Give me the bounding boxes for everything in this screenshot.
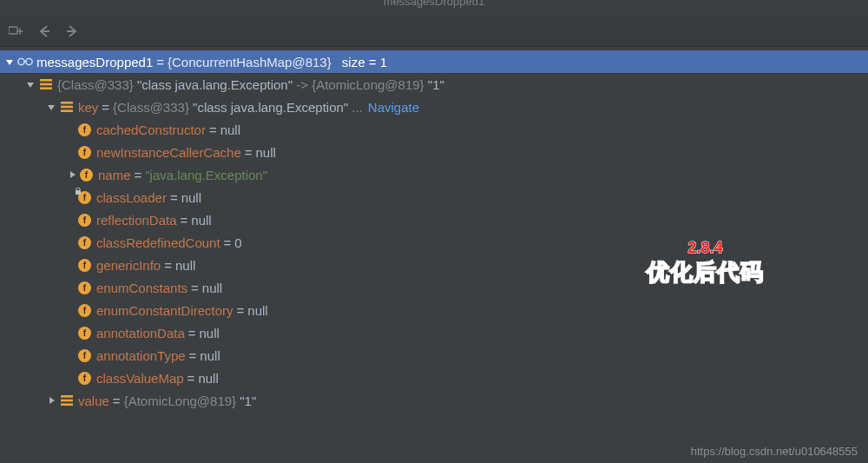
object-icon xyxy=(59,393,75,408)
field-name: classRedefinedCount xyxy=(96,235,220,250)
field-name: genericInfo xyxy=(96,258,161,273)
field-name: enumConstants xyxy=(96,281,187,295)
field-value: null xyxy=(198,371,218,386)
svg-rect-9 xyxy=(61,106,73,109)
field-name: value xyxy=(78,394,109,408)
equals-sign: = xyxy=(156,55,164,69)
field-icon: f xyxy=(78,304,91,317)
expand-arrow-icon[interactable] xyxy=(3,56,16,68)
expand-arrow-icon[interactable] xyxy=(45,101,57,113)
map-entry-row[interactable]: {Class@333} "class java.lang.Exception" … xyxy=(0,73,868,96)
field-row[interactable]: fname = "java.lang.Exception" xyxy=(0,163,868,186)
field-name: reflectionData xyxy=(96,213,177,228)
svg-rect-8 xyxy=(61,102,73,104)
field-value: null xyxy=(220,122,240,137)
field-icon: f xyxy=(78,327,91,340)
svg-rect-7 xyxy=(40,87,52,89)
collapsed-arrow-icon[interactable] xyxy=(45,394,57,407)
field-value: null xyxy=(256,145,276,160)
forward-icon[interactable] xyxy=(64,23,80,39)
field-icon: f xyxy=(78,146,91,159)
object-icon xyxy=(38,76,54,92)
svg-point-3 xyxy=(18,58,24,64)
field-row[interactable]: fgenericInfo = null xyxy=(0,254,868,276)
field-row[interactable]: fclassLoader = null xyxy=(0,186,868,208)
field-row[interactable]: freflectionData = null xyxy=(0,208,868,231)
field-row[interactable]: fcachedConstructor = null xyxy=(0,118,868,141)
variables-tree: messagesDropped1 = {ConcurrentHashMap@81… xyxy=(0,47,868,412)
add-watch-icon[interactable] xyxy=(9,23,24,39)
expand-arrow-icon[interactable] xyxy=(24,78,36,90)
navigate-link[interactable]: Navigate xyxy=(368,100,419,115)
object-icon xyxy=(59,99,75,115)
key-node-row[interactable]: key = {Class@333} "class java.lang.Excep… xyxy=(0,96,868,118)
lock-icon xyxy=(75,187,82,194)
field-icon: f xyxy=(78,236,91,249)
variable-root-row[interactable]: messagesDropped1 = {ConcurrentHashMap@81… xyxy=(0,50,868,73)
svg-rect-10 xyxy=(61,109,73,112)
field-icon: f xyxy=(78,123,91,136)
field-name: newInstanceCallerCache xyxy=(96,145,241,160)
fields-list: fcachedConstructor = nullfnewInstanceCal… xyxy=(0,118,868,389)
field-value: null xyxy=(181,190,201,205)
field-name: annotationType xyxy=(96,348,186,363)
field-icon: f xyxy=(80,169,93,182)
size-label: size = 1 xyxy=(342,55,387,69)
object-tostring: "1" xyxy=(240,394,256,408)
svg-rect-0 xyxy=(9,27,17,34)
field-row[interactable]: fclassValueMap = null xyxy=(0,367,868,389)
field-name: enumConstantDirectory xyxy=(96,303,233,318)
svg-rect-5 xyxy=(40,79,52,82)
field-row[interactable]: fnewInstanceCallerCache = null xyxy=(0,141,868,163)
watermark-text: https://blog.csdn.net/u010648555 xyxy=(691,445,858,458)
value-node-row[interactable]: value = {AtomicLong@819} "1" xyxy=(0,389,868,412)
entry-key-ref: {Class@333} xyxy=(57,77,134,92)
tab-title: messagesDropped1 xyxy=(0,0,868,16)
field-row[interactable]: fannotationType = null xyxy=(0,344,868,367)
collapsed-arrow-icon[interactable] xyxy=(66,169,78,181)
field-icon: f xyxy=(78,191,91,204)
field-icon: f xyxy=(78,214,91,227)
field-value: null xyxy=(200,348,220,363)
field-value: 0 xyxy=(234,235,241,250)
watch-icon xyxy=(17,54,33,69)
field-name: key xyxy=(78,100,98,115)
field-value: "java.lang.Exception" xyxy=(145,168,267,182)
field-row[interactable]: fannotationData = null xyxy=(0,321,868,344)
svg-rect-6 xyxy=(40,83,52,86)
field-name: cachedConstructor xyxy=(96,122,206,137)
object-ref: {ConcurrentHashMap@813} xyxy=(168,55,332,69)
svg-rect-11 xyxy=(76,190,81,195)
debug-toolbar xyxy=(0,16,868,47)
svg-rect-13 xyxy=(61,400,73,402)
field-value: null xyxy=(200,326,220,341)
field-icon: f xyxy=(78,281,91,294)
field-value: null xyxy=(175,258,195,273)
field-row[interactable]: fenumConstants = null xyxy=(0,276,868,299)
field-icon: f xyxy=(78,259,91,272)
field-name: annotationData xyxy=(96,326,185,341)
field-value: null xyxy=(202,281,222,295)
field-value: null xyxy=(191,213,211,228)
field-row[interactable]: fenumConstantDirectory = null xyxy=(0,299,868,321)
field-value: null xyxy=(247,303,267,318)
object-tostring: "class java.lang.Exception" xyxy=(193,100,348,115)
object-ref: {AtomicLong@819} xyxy=(124,394,237,408)
field-name: name xyxy=(98,168,131,182)
var-name: messagesDropped1 xyxy=(36,55,153,69)
field-icon: f xyxy=(78,349,91,362)
object-ref: {Class@333} xyxy=(113,100,189,115)
entry-key-str: "class java.lang.Exception" xyxy=(137,77,293,92)
svg-rect-12 xyxy=(61,395,73,398)
field-icon: f xyxy=(78,372,91,385)
field-name: classLoader xyxy=(96,190,167,205)
back-icon[interactable] xyxy=(36,23,52,39)
svg-rect-14 xyxy=(61,403,73,406)
field-name: classValueMap xyxy=(96,371,184,386)
svg-point-4 xyxy=(26,58,32,64)
field-row[interactable]: fclassRedefinedCount = 0 xyxy=(0,231,868,254)
entry-val-ref: {AtomicLong@819} xyxy=(312,77,424,92)
entry-val-str: "1" xyxy=(428,77,444,92)
